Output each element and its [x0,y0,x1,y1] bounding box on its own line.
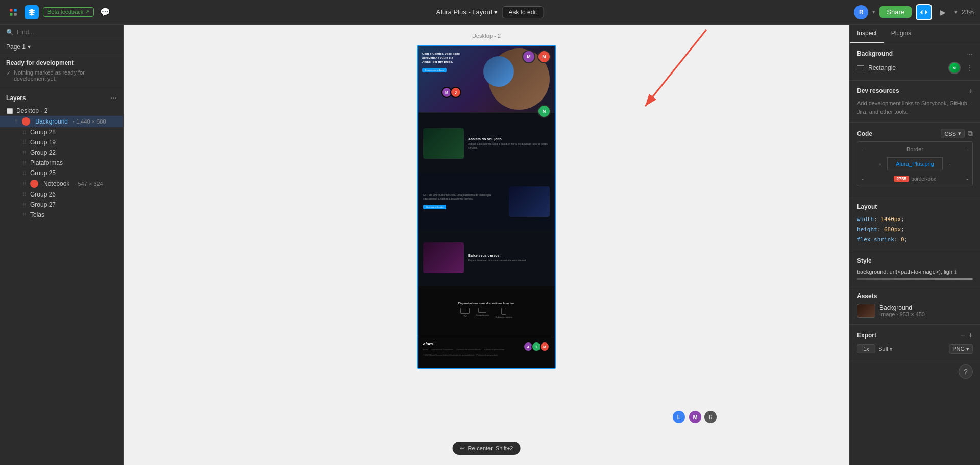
rectangle-icon [857,65,864,70]
play-button[interactable]: ▶ [936,5,950,19]
layer-item-group26[interactable]: ⠿ Group 26 [0,189,123,200]
frame-hero: Com o Combo, você podeaproveitar a Alura… [418,46,555,112]
hero-text: Com o Combo, você podeaproveitar a Alura… [422,52,460,73]
chat-icon[interactable]: 💬 [98,5,112,19]
recenter-icon: ↩ [460,445,465,452]
info-icon[interactable]: ℹ [954,267,957,276]
frame-footer: alura+ Alura Dispositivos compatíveis Co… [418,337,555,368]
footer-link-3: Contatos de acessibilidade [456,348,481,351]
code-copy-icon[interactable]: ⧉ [968,129,973,138]
section1-title: Assista do seu jeito [468,137,550,141]
search-input[interactable] [17,29,117,36]
section2-btn: Conheça o Combo [423,205,446,209]
css-selector[interactable]: CSS ▾ [941,129,965,138]
user-avatar[interactable]: R [854,5,868,19]
layout-label: Layout [857,203,973,210]
asset-item: Background Image · 953 × 450 [857,304,973,318]
dev-resources-description: Add development links to Storybook, GitH… [857,99,973,116]
dev-resources-add-icon[interactable]: + [969,87,973,95]
layer-label: Notebook [43,180,69,187]
collab-count: 6 [704,411,717,423]
layer-item-group27[interactable]: ⠿ Group 27 [0,200,123,210]
ask-edit-button[interactable]: Ask to edit [502,6,544,18]
box-bottom-row: - 2755 border-box - [862,176,968,182]
badge-more-icon[interactable]: ⋮ [967,64,973,71]
tab-plugins[interactable]: Plugins [884,25,918,43]
code-label: Code [857,130,872,137]
export-plus-button[interactable]: + [968,331,973,340]
rectangle-row: Rectangle M ⋮ [857,62,973,74]
checkmark-icon: ✓ [6,70,11,77]
topbar: Beta feedback ↗ 💬 Alura Plus - Layout ▾ … [0,0,980,25]
style-bar [857,278,973,280]
dash2: - [966,146,968,152]
frame-section3: Baixe seus cursos Faça o download dos cu… [418,230,555,286]
layer-item-desktop2[interactable]: ⬜ Desktop - 2 [0,106,123,116]
layer-item-group25[interactable]: ⠿ Group 25 [0,168,123,178]
beta-badge[interactable]: Beta feedback ↗ [43,7,94,17]
code-button[interactable] [916,4,932,20]
export-scale-input[interactable] [857,344,875,353]
device-tv: TV [460,308,470,319]
border-label-top: Border [906,146,923,152]
tablet-label: Celulares e tablets [496,316,512,319]
layer-label: Background [35,118,68,125]
collab-avatar-l: L [672,410,686,424]
tab-inspect[interactable]: Inspect [850,25,884,43]
help-button[interactable]: ? [959,364,973,379]
layers-header: Layers ··· [0,91,123,106]
footer-collab-avatars: A T M [523,341,550,352]
avatar-dropdown[interactable]: ▾ [872,9,875,15]
app-logo[interactable] [24,5,39,19]
share-button[interactable]: Share [879,6,912,18]
background-section: Background ··· Rectangle M ⋮ [850,43,980,81]
group-icon: ⠿ [22,212,26,218]
layer-label: Group 22 [30,149,56,156]
layer-item-notebook[interactable]: ⠿ Notebook · 547 × 324 [0,178,123,189]
layer-item-telas[interactable]: ⠿ Telas [0,210,123,220]
layer-item-plataformas[interactable]: ⠿ Plataformas [0,158,123,168]
layer-label: Group 27 [30,201,56,208]
ready-dev-empty: ✓ Nothing marked as ready for developmen… [6,69,117,82]
play-dropdown[interactable]: ▾ [954,9,958,15]
topbar-center: Alura Plus - Layout ▾ Ask to edit [436,6,544,18]
project-title[interactable]: Alura Plus - Layout ▾ [436,8,498,16]
search-icon: 🔍 [6,29,14,36]
layer-item-background[interactable]: ⠿ Background · 1,440 × 680 [0,116,123,127]
recenter-bar[interactable]: ↩ Re-center Shift+2 [453,442,521,455]
hero-cta: Experimente a Alura [422,68,447,72]
dash6: - [966,176,968,182]
box-inner-label[interactable]: Alura_Plus.png [887,157,943,170]
tv-icon [460,308,470,314]
page-selector[interactable]: Page 1 ▾ [0,40,123,54]
layer-label: Telas [30,211,44,218]
style-section: Style background: url(<path-to-image>), … [850,251,980,286]
export-section: Export − + Suffix PNG ▾ [850,325,980,360]
export-format-selector[interactable]: PNG ▾ [949,344,973,354]
background-more-icon[interactable]: ··· [967,50,973,58]
layer-item-group28[interactable]: ⠿ Group 28 [0,127,123,137]
group-icon: ⠿ [22,202,26,208]
layer-item-group19[interactable]: ⠿ Group 19 [0,137,123,148]
svg-rect-3 [14,13,17,15]
group-icon: ⠿ [22,160,26,166]
canvas-area[interactable]: Desktop - 2 Com o Combo, você podeaprove… [124,25,849,465]
footer-link-2: Dispositivos compatíveis [431,348,453,351]
left-sidebar: 🔍 Page 1 ▾ Ready for development ✓ Nothi… [0,25,124,465]
asset-info: Background Image · 953 × 450 [879,304,925,317]
layers-menu-icon[interactable]: ··· [110,93,117,103]
zoom-level: 23% [962,9,974,16]
design-frame[interactable]: Com o Combo, você podeaproveitar a Alura… [417,45,556,369]
box-top-row: - Border - [862,146,968,152]
page-dropdown-icon: ▾ [28,43,31,51]
svg-rect-2 [10,13,12,15]
layer-item-group22[interactable]: ⠿ Group 22 [0,148,123,158]
layout-section: Layout width: 1440px; height: 680px; fle… [850,197,980,251]
collab-group-bottom: L M 6 [672,410,717,424]
footer-links: Alura Dispositivos compatíveis Contatos … [423,348,504,351]
export-suffix-label: Suffix [878,346,946,352]
component-badge-green[interactable]: M [948,62,961,74]
figma-menu-icon[interactable] [6,5,20,19]
layers-title: Layers [6,94,26,102]
export-minus-button[interactable]: − [960,331,965,340]
